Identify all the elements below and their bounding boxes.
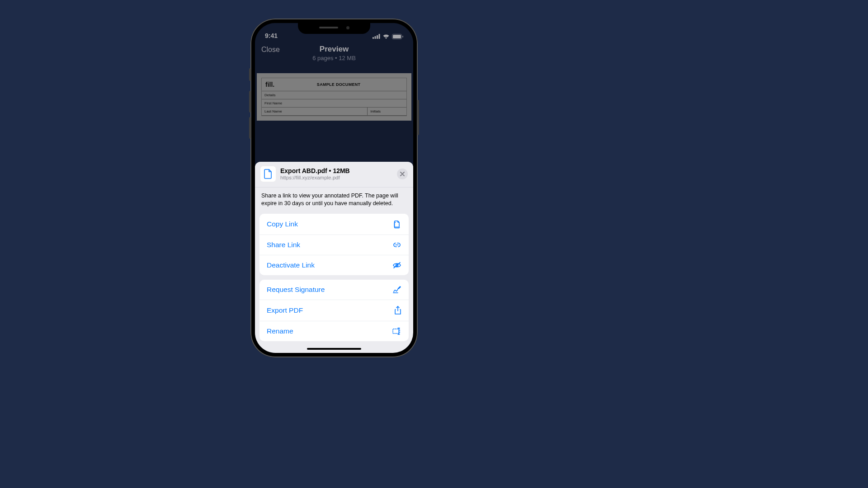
link-actions-group: Copy Link Share Link Deactivate Link [259,214,409,275]
rename-icon [392,328,401,335]
close-icon [400,172,405,176]
sheet-description: Share a link to view your annotated PDF.… [255,188,413,209]
share-icon [394,306,401,315]
row-label: Deactivate Link [267,261,315,269]
sheet-close-button[interactable] [397,169,408,179]
signature-icon [392,286,401,294]
deactivate-link-button[interactable]: Deactivate Link [259,255,409,275]
file-actions-group: Request Signature Export PDF Rename [259,280,409,341]
row-label: Copy Link [267,220,298,228]
file-icon [260,166,276,182]
export-pdf-button[interactable]: Export PDF [259,300,409,321]
copy-link-button[interactable]: Copy Link [259,214,409,235]
action-sheet: Export ABD.pdf • 12MB https://fill.xyz/e… [255,162,413,353]
speaker-grille [319,27,338,28]
eye-off-icon [392,262,401,269]
notch [298,26,370,29]
link-icon [392,241,401,249]
screen: 9:41 Close Preview 6 pages • 12 MB [255,23,413,353]
volume-down-button [249,117,251,139]
sheet-title: Export ABD.pdf • 12MB [280,167,392,174]
rename-button[interactable]: Rename [259,321,409,341]
row-label: Request Signature [267,286,325,294]
row-label: Export PDF [267,306,303,314]
mute-switch [249,68,251,81]
sheet-header: Export ABD.pdf • 12MB https://fill.xyz/e… [255,162,413,188]
row-label: Rename [267,327,293,335]
copy-icon [392,220,401,229]
share-link-button[interactable]: Share Link [259,235,409,255]
row-label: Share Link [267,241,300,249]
phone-frame: 9:41 Close Preview 6 pages • 12 MB [250,19,418,357]
sheet-url: https://fill.xyz/example.pdf [280,175,392,180]
power-button [417,100,419,135]
front-camera [346,26,349,29]
volume-up-button [249,91,251,113]
home-indicator[interactable] [307,348,361,350]
request-signature-button[interactable]: Request Signature [259,280,409,300]
